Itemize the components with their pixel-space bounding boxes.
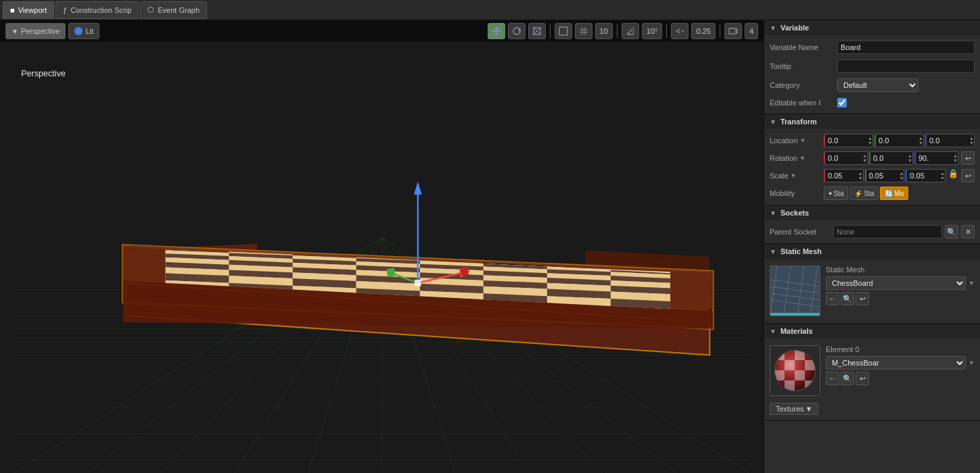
- tooltip-value-container: [837, 59, 975, 73]
- mobility-static-label: Sta: [833, 190, 843, 197]
- category-label: Category: [770, 81, 837, 89]
- mat-back-button[interactable]: ←: [826, 372, 839, 385]
- scale-size-button[interactable]: [671, 23, 689, 39]
- rotation-z-arrows[interactable]: ▲▼: [953, 152, 958, 164]
- lit-button[interactable]: Lit: [68, 23, 99, 39]
- scale-label: Scale ▼: [770, 172, 824, 180]
- mesh-back-button[interactable]: ←: [826, 292, 839, 305]
- svg-marker-1: [518, 29, 520, 32]
- mat-reset-button[interactable]: ↩: [856, 372, 869, 385]
- location-row: Location ▼ ▲▼ ▲▼: [764, 132, 980, 149]
- grid-size[interactable]: 10: [595, 23, 613, 39]
- variable-section-header[interactable]: ▼ Variable: [764, 20, 980, 35]
- rotation-label-text: Rotation: [770, 154, 797, 162]
- location-y-arrows[interactable]: ▲▼: [918, 134, 923, 147]
- location-x-input[interactable]: [824, 134, 873, 147]
- tab-event-graph[interactable]: ⬡ Event Graph: [140, 1, 207, 19]
- mesh-actions: ← 🔍 ↩: [826, 292, 975, 305]
- svg-rect-4: [729, 28, 736, 34]
- location-z-field: ▲▼: [925, 134, 975, 147]
- mobility-stationary-button[interactable]: ⚡ Sta: [849, 186, 879, 200]
- materials-section: ▼ Materials: [764, 324, 980, 421]
- angle-button[interactable]: [622, 23, 639, 39]
- mobility-movable-button[interactable]: 🔄 Mo: [880, 186, 908, 200]
- socket-search-button[interactable]: 🔍: [945, 225, 958, 239]
- event-graph-tab-icon: ⬡: [147, 5, 154, 14]
- scale-tool-button[interactable]: [528, 23, 546, 39]
- sockets-collapse-arrow: ▼: [770, 209, 776, 217]
- materials-section-header[interactable]: ▼ Materials: [764, 324, 980, 339]
- move-tool-button[interactable]: [488, 23, 505, 39]
- location-y-input[interactable]: [874, 134, 924, 147]
- rotation-x-input[interactable]: [824, 151, 868, 165]
- scale-x-arrows[interactable]: ▲▼: [858, 170, 863, 182]
- transform-section-header[interactable]: ▼ Transform: [764, 114, 980, 129]
- scale-lock-icon[interactable]: 🔒: [948, 169, 958, 182]
- static-mesh-section-content: Static Mesh ChessBoard ▼ ← 🔍 ↩: [764, 259, 980, 323]
- scale-dropdown-arrow[interactable]: ▼: [791, 172, 797, 179]
- scale-z-arrows[interactable]: ▲▼: [940, 170, 945, 182]
- location-z-input[interactable]: [925, 134, 975, 147]
- viewport-toolbar: ▼ Perspective Lit: [0, 20, 764, 42]
- editable-label: Editable when I: [770, 99, 837, 107]
- rotation-z-input[interactable]: [914, 151, 958, 165]
- materials-collapse-arrow: ▼: [770, 328, 776, 335]
- rotation-y-input[interactable]: [869, 151, 913, 165]
- sockets-section-content: Parent Socket 🔍 ✕: [764, 220, 980, 243]
- tab-bar: ■ Viewport ƒ Construction Scrip ⬡ Event …: [0, 0, 980, 20]
- toolbar-sep-4: [720, 24, 720, 38]
- parent-socket-input[interactable]: [833, 225, 942, 239]
- mat-dropdown-arrow[interactable]: ▼: [969, 359, 975, 366]
- scale-size[interactable]: 0.25: [691, 23, 715, 39]
- mesh-name-select[interactable]: ChessBoard: [826, 276, 966, 290]
- variable-section: ▼ Variable Variable Name Tooltip: [764, 20, 980, 114]
- tab-viewport[interactable]: ■ Viewport: [3, 1, 54, 19]
- mat-actions: ← 🔍 ↩: [826, 372, 975, 385]
- mat-name-select[interactable]: M_ChessBoar: [826, 356, 966, 370]
- rotation-dropdown-arrow[interactable]: ▼: [799, 155, 806, 161]
- variable-name-input[interactable]: [837, 41, 975, 54]
- editable-checkbox[interactable]: [837, 98, 847, 107]
- textures-button[interactable]: Textures ▼: [770, 403, 818, 415]
- rotation-reset-button[interactable]: ↩: [961, 151, 975, 165]
- mesh-dropdown-arrow[interactable]: ▼: [969, 280, 975, 287]
- static-mesh-section-header[interactable]: ▼ Static Mesh: [764, 244, 980, 259]
- category-select[interactable]: Default: [837, 78, 918, 92]
- scale-y-arrows[interactable]: ▲▼: [899, 170, 904, 182]
- rotation-x-arrows[interactable]: ▲▼: [862, 152, 867, 164]
- angle-size[interactable]: 10°: [642, 23, 663, 39]
- mobility-movable-label: Mo: [894, 190, 904, 197]
- socket-clear-button[interactable]: ✕: [961, 225, 975, 239]
- mat-search-button[interactable]: 🔍: [841, 372, 854, 385]
- rotation-y-arrows[interactable]: ▲▼: [908, 152, 912, 164]
- grid-button[interactable]: [575, 23, 592, 39]
- rotation-inputs: ▲▼ ▲▼ ▲▼ ↩: [824, 151, 975, 165]
- location-y-field: ▲▼: [874, 134, 924, 147]
- surface-snapping-button[interactable]: [555, 23, 572, 39]
- viewport-scene[interactable]: Perspective: [0, 41, 764, 473]
- sockets-section-label: Sockets: [780, 209, 809, 217]
- svg-rect-148: [785, 360, 795, 370]
- rotate-tool-button[interactable]: [508, 23, 526, 39]
- material-thumbnail: [770, 345, 820, 396]
- location-x-arrows[interactable]: ▲▼: [868, 134, 872, 147]
- camera-button[interactable]: [724, 23, 742, 39]
- tab-construction[interactable]: ƒ Construction Scrip: [55, 1, 139, 19]
- mesh-search-button[interactable]: 🔍: [841, 292, 854, 305]
- scale-y-field: ▲▼: [865, 169, 905, 182]
- sockets-section-header[interactable]: ▼ Sockets: [764, 205, 980, 220]
- mobility-static-button[interactable]: ● Sta: [824, 186, 848, 200]
- location-dropdown-arrow[interactable]: ▼: [800, 137, 806, 144]
- static-mesh-label-inline: Static Mesh: [826, 266, 893, 274]
- mobility-static-icon: ●: [829, 190, 832, 197]
- mesh-reset-button[interactable]: ↩: [856, 292, 869, 305]
- svg-rect-131: [460, 267, 469, 276]
- tooltip-input[interactable]: [837, 59, 975, 73]
- mobility-options: ● Sta ⚡ Sta 🔄 Mo: [824, 186, 908, 200]
- svg-marker-121: [670, 271, 713, 309]
- camera-speed[interactable]: 4: [745, 23, 758, 39]
- mobility-stationary-label: Sta: [864, 190, 874, 197]
- location-z-arrows[interactable]: ▲▼: [969, 134, 974, 147]
- perspective-button[interactable]: ▼ Perspective: [5, 23, 66, 39]
- scale-reset-button[interactable]: ↩: [961, 169, 975, 182]
